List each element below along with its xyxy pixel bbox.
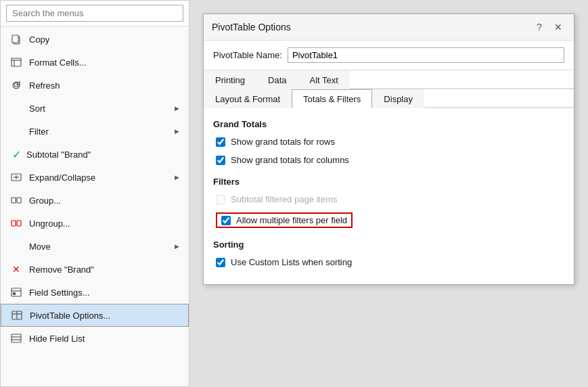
tab-data[interactable]: Data bbox=[256, 70, 298, 89]
filters-section-label: Filters bbox=[213, 177, 564, 187]
ungroup-icon bbox=[9, 218, 24, 229]
show-cols-label: Show grand totals for columns bbox=[231, 155, 349, 165]
dialog-content: Grand Totals Show grand totals for rows … bbox=[204, 108, 574, 284]
hide-field-list-label: Hide Field List bbox=[29, 334, 181, 344]
format-cells-label: Format Cells... bbox=[29, 58, 181, 68]
remove-label: Remove "Brand" bbox=[29, 265, 181, 275]
menu-item-group[interactable]: Group... bbox=[1, 189, 189, 212]
subtotal-filtered-row: Subtotal filtered page items bbox=[213, 192, 564, 206]
svg-rect-2 bbox=[12, 58, 21, 66]
field-settings-icon bbox=[9, 287, 24, 298]
pivottable-options-dialog: PivotTable Options ? ✕ PivotTable Name: … bbox=[203, 14, 574, 285]
menu-list: Copy Format Cells... Refresh Sort ► Filt… bbox=[1, 26, 189, 386]
filters-section: Filters Subtotal filtered page items All… bbox=[213, 177, 564, 230]
svg-rect-10 bbox=[12, 221, 16, 226]
pivottable-options-label: PivotTable Options... bbox=[30, 311, 180, 321]
refresh-label: Refresh bbox=[29, 81, 181, 91]
search-box bbox=[1, 1, 189, 26]
menu-item-copy[interactable]: Copy bbox=[1, 28, 189, 51]
menu-item-sort[interactable]: Sort ► bbox=[1, 97, 189, 120]
custom-lists-row: Use Custom Lists when sorting bbox=[213, 255, 564, 269]
show-rows-row: Show grand totals for rows bbox=[213, 135, 564, 149]
tab-row-2: Layout & Format Totals & Filters Display bbox=[204, 89, 574, 108]
group-label: Group... bbox=[29, 196, 181, 206]
custom-lists-checkbox[interactable] bbox=[216, 258, 225, 267]
pivottable-options-icon bbox=[9, 310, 24, 321]
menu-item-hide-field-list[interactable]: Hide Field List bbox=[1, 327, 189, 350]
move-arrow: ► bbox=[173, 242, 181, 250]
tab-display[interactable]: Display bbox=[372, 89, 424, 108]
remove-icon: ✕ bbox=[9, 264, 24, 275]
expand-icon bbox=[9, 172, 24, 183]
show-cols-checkbox[interactable] bbox=[216, 156, 225, 165]
ungroup-label: Ungroup... bbox=[29, 219, 181, 229]
svg-rect-18 bbox=[12, 334, 21, 342]
sort-arrow: ► bbox=[173, 104, 181, 112]
context-menu: Copy Format Cells... Refresh Sort ► Filt… bbox=[0, 0, 189, 387]
show-rows-checkbox[interactable] bbox=[216, 137, 225, 147]
tab-totals-filters[interactable]: Totals & Filters bbox=[292, 89, 372, 108]
filter-arrow: ► bbox=[173, 127, 181, 135]
svg-rect-11 bbox=[17, 221, 21, 226]
sorting-section-label: Sorting bbox=[213, 240, 564, 250]
grand-totals-section-label: Grand Totals bbox=[213, 119, 564, 129]
menu-item-ungroup[interactable]: Ungroup... bbox=[1, 212, 189, 235]
sorting-section: Sorting Use Custom Lists when sorting bbox=[213, 240, 564, 269]
expand-label: Expand/Collapse bbox=[29, 173, 173, 183]
dialog-title: PivotTable Options bbox=[212, 22, 291, 32]
tab-printing[interactable]: Printing bbox=[204, 70, 256, 89]
menu-item-refresh[interactable]: Refresh bbox=[1, 74, 189, 97]
svg-rect-9 bbox=[17, 198, 21, 203]
expand-arrow: ► bbox=[173, 173, 181, 181]
menu-item-move[interactable]: Move ► bbox=[1, 235, 189, 258]
menu-item-pivottable-options[interactable]: PivotTable Options... bbox=[1, 304, 189, 327]
show-rows-label: Show grand totals for rows bbox=[231, 137, 335, 147]
refresh-icon bbox=[9, 80, 24, 91]
subtotal-label: Subtotal "Brand" bbox=[26, 150, 181, 160]
allow-multiple-row: Allow multiple filters per field bbox=[213, 210, 564, 230]
menu-item-expand[interactable]: Expand/Collapse ► bbox=[1, 166, 189, 189]
tab-alt-text[interactable]: Alt Text bbox=[298, 70, 350, 89]
close-button[interactable]: ✕ bbox=[551, 20, 566, 35]
hide-field-list-icon bbox=[9, 333, 24, 344]
show-cols-row: Show grand totals for columns bbox=[213, 153, 564, 167]
menu-item-field-settings[interactable]: Field Settings... bbox=[1, 281, 189, 304]
help-button[interactable]: ? bbox=[532, 20, 547, 35]
name-label: PivotTable Name: bbox=[213, 50, 282, 60]
dialog-titlebar: PivotTable Options ? ✕ bbox=[204, 14, 574, 41]
group-icon bbox=[9, 195, 24, 206]
copy-icon bbox=[9, 34, 24, 45]
field-settings-label: Field Settings... bbox=[29, 288, 181, 298]
search-input[interactable] bbox=[6, 5, 183, 22]
pivottable-name-input[interactable] bbox=[288, 47, 564, 63]
allow-multiple-label: Allow multiple filters per field bbox=[236, 215, 347, 225]
svg-rect-12 bbox=[12, 288, 21, 296]
subtotal-filtered-checkbox[interactable] bbox=[216, 195, 225, 204]
menu-item-remove[interactable]: ✕ Remove "Brand" bbox=[1, 258, 189, 281]
subtotal-check-icon: ✓ bbox=[9, 148, 24, 161]
format-cells-icon bbox=[9, 57, 24, 68]
custom-lists-label: Use Custom Lists when sorting bbox=[231, 257, 352, 267]
tab-row-1: Printing Data Alt Text bbox=[204, 70, 574, 89]
svg-rect-8 bbox=[12, 198, 16, 203]
subtotal-filtered-label: Subtotal filtered page items bbox=[231, 194, 338, 204]
svg-rect-14 bbox=[13, 292, 16, 295]
move-label: Move bbox=[29, 242, 173, 252]
menu-item-format-cells[interactable]: Format Cells... bbox=[1, 51, 189, 74]
menu-item-subtotal[interactable]: ✓ Subtotal "Brand" bbox=[1, 143, 189, 166]
svg-rect-1 bbox=[12, 35, 18, 43]
dialog-controls: ? ✕ bbox=[532, 20, 566, 35]
tab-layout-format[interactable]: Layout & Format bbox=[204, 89, 292, 108]
name-row: PivotTable Name: bbox=[204, 41, 574, 70]
filter-label: Filter bbox=[29, 127, 173, 137]
sort-label: Sort bbox=[29, 104, 173, 114]
copy-label: Copy bbox=[29, 35, 181, 45]
menu-item-filter[interactable]: Filter ► bbox=[1, 120, 189, 143]
allow-multiple-checkbox[interactable] bbox=[221, 216, 231, 225]
